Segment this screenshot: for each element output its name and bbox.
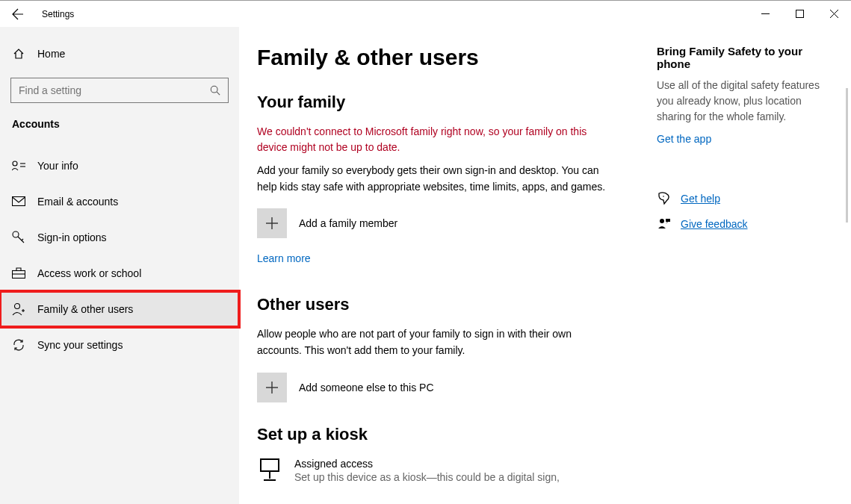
svg-point-24 bbox=[660, 219, 664, 223]
minimize-icon bbox=[761, 10, 770, 18]
svg-rect-1 bbox=[796, 10, 803, 18]
nav-home-label: Home bbox=[37, 48, 65, 60]
add-other-label: Add someone else to this PC bbox=[299, 382, 434, 393]
sidebar-item-family[interactable]: Family & other users bbox=[0, 291, 239, 327]
other-users-description: Allow people who are not part of your fa… bbox=[257, 326, 612, 358]
search-input[interactable] bbox=[19, 84, 210, 96]
family-heading: Your family bbox=[257, 93, 612, 112]
sidebar-item-sync[interactable]: Sync your settings bbox=[0, 327, 239, 363]
svg-point-13 bbox=[15, 304, 20, 309]
briefcase-icon bbox=[12, 267, 25, 279]
sidebar-item-email[interactable]: Email & accounts bbox=[0, 184, 239, 220]
sidebar-section-heading: Accounts bbox=[0, 118, 239, 130]
key-icon bbox=[12, 231, 25, 244]
user-card-icon bbox=[12, 160, 25, 172]
get-app-link[interactable]: Get the app bbox=[657, 133, 711, 145]
back-arrow-icon bbox=[12, 8, 24, 20]
nav-home[interactable]: Home bbox=[0, 39, 239, 69]
feedback-icon bbox=[657, 217, 672, 231]
vertical-scrollbar[interactable] bbox=[841, 27, 851, 504]
window-controls bbox=[748, 1, 851, 28]
svg-point-8 bbox=[13, 231, 19, 237]
learn-more-link[interactable]: Learn more bbox=[257, 252, 311, 264]
family-error-text: We couldn't connect to Microsoft family … bbox=[257, 124, 612, 155]
maximize-icon bbox=[796, 10, 804, 18]
mail-icon bbox=[12, 196, 25, 207]
sidebar-item-label: Family & other users bbox=[37, 303, 133, 315]
search-box[interactable] bbox=[10, 78, 229, 103]
other-users-heading: Other users bbox=[257, 295, 612, 314]
scrollbar-thumb[interactable] bbox=[846, 88, 848, 223]
sidebar-item-signin[interactable]: Sign-in options bbox=[0, 220, 239, 255]
sidebar-item-label: Your info bbox=[37, 160, 78, 172]
plus-icon bbox=[257, 373, 287, 402]
sidebar-item-label: Sync your settings bbox=[37, 339, 123, 351]
svg-line-3 bbox=[217, 92, 220, 95]
add-family-member-button[interactable]: Add a family member bbox=[257, 208, 612, 238]
family-description: Add your family so everybody gets their … bbox=[257, 163, 612, 195]
get-help-link[interactable]: Get help bbox=[657, 192, 836, 205]
help-icon bbox=[657, 192, 672, 205]
minimize-button[interactable] bbox=[748, 1, 782, 28]
sidebar-item-work[interactable]: Access work or school bbox=[0, 255, 239, 291]
home-icon bbox=[12, 48, 25, 60]
kiosk-subtitle: Set up this device as a kiosk—this could… bbox=[294, 471, 560, 483]
sidebar-item-label: Sign-in options bbox=[37, 231, 107, 243]
svg-rect-25 bbox=[666, 219, 670, 222]
kiosk-title: Assigned access bbox=[294, 458, 560, 470]
app-title: Settings bbox=[42, 9, 74, 19]
give-feedback-link[interactable]: Give feedback bbox=[657, 217, 836, 231]
close-icon bbox=[830, 10, 838, 18]
title-bar: Settings bbox=[0, 0, 851, 27]
svg-line-10 bbox=[22, 239, 23, 240]
content-column: Family & other users Your family We coul… bbox=[257, 45, 612, 504]
promo-description: Use all of the digital safety features y… bbox=[657, 78, 836, 125]
close-button[interactable] bbox=[817, 1, 851, 28]
sidebar-item-label: Access work or school bbox=[37, 267, 141, 279]
sync-icon bbox=[12, 338, 25, 352]
add-other-user-button[interactable]: Add someone else to this PC bbox=[257, 373, 612, 402]
kiosk-text: Assigned access Set up this device as a … bbox=[294, 458, 560, 483]
family-icon bbox=[12, 302, 25, 316]
svg-rect-7 bbox=[13, 197, 25, 206]
promo-title: Bring Family Safety to your phone bbox=[657, 45, 836, 70]
sidebar-item-your-info[interactable]: Your info bbox=[0, 148, 239, 184]
maximize-button[interactable] bbox=[782, 1, 817, 28]
page-title: Family & other users bbox=[257, 45, 612, 70]
aside-column: Bring Family Safety to your phone Use al… bbox=[657, 45, 851, 504]
svg-point-4 bbox=[13, 161, 17, 166]
svg-line-9 bbox=[18, 237, 24, 243]
svg-point-23 bbox=[663, 196, 664, 197]
svg-rect-20 bbox=[261, 459, 279, 471]
sidebar-item-label: Email & accounts bbox=[37, 196, 118, 208]
assigned-access-button[interactable]: Assigned access Set up this device as a … bbox=[257, 458, 612, 483]
back-button[interactable] bbox=[0, 1, 36, 28]
window-body: Home Accounts Your info Email & accounts bbox=[0, 27, 851, 504]
sidebar: Home Accounts Your info Email & accounts bbox=[0, 27, 239, 504]
search-icon bbox=[210, 85, 220, 96]
svg-point-2 bbox=[211, 86, 217, 93]
kiosk-icon bbox=[257, 458, 282, 483]
kiosk-heading: Set up a kiosk bbox=[257, 425, 612, 444]
main-panel: Family & other users Your family We coul… bbox=[239, 27, 851, 504]
sidebar-nav: Your info Email & accounts Sign-in optio… bbox=[0, 148, 239, 363]
get-help-label: Get help bbox=[681, 193, 720, 205]
give-feedback-label: Give feedback bbox=[681, 218, 748, 230]
plus-icon bbox=[257, 208, 287, 238]
add-family-label: Add a family member bbox=[299, 217, 397, 229]
